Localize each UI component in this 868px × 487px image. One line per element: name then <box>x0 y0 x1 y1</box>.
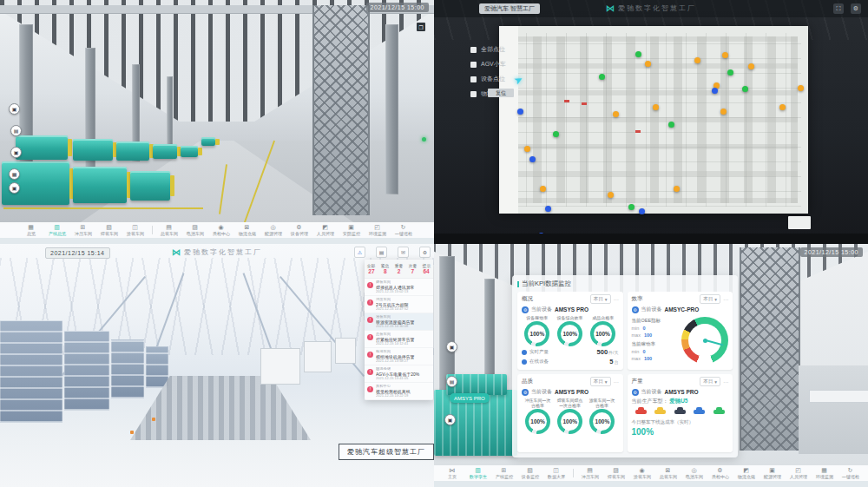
orange-map-marker[interactable] <box>779 104 786 110</box>
worklist-icon[interactable]: ▤ <box>376 247 387 258</box>
orange-map-marker[interactable] <box>720 109 727 115</box>
toolbar-item[interactable]: ⊠总装车间 <box>655 465 681 481</box>
green-map-marker[interactable] <box>742 86 748 92</box>
reset-view-button[interactable]: 复位 <box>488 89 514 97</box>
legend-item[interactable]: 全部点位 <box>470 45 506 54</box>
machine-poi-marker[interactable]: ▦ <box>9 168 20 180</box>
toolbar-item[interactable]: ◩物流仓储 <box>733 465 760 481</box>
green-map-marker[interactable] <box>628 204 635 210</box>
machine-poi-marker[interactable]: ▤ <box>446 376 457 387</box>
toolbar-item[interactable]: ◩人员管理 <box>312 222 339 238</box>
toolbar-item[interactable]: ▦环境监测 <box>812 465 838 481</box>
toolbar-item[interactable]: ⋈主页 <box>439 465 465 481</box>
toolbar-item[interactable]: ◎电池车间 <box>681 465 707 481</box>
orange-map-marker[interactable] <box>748 63 754 69</box>
machine-poi-marker[interactable]: ▣ <box>446 341 457 352</box>
toolbar-item[interactable]: ▤总装车间 <box>156 222 182 238</box>
toolbar-item[interactable]: ▧焊装车间 <box>96 222 122 238</box>
legend-item[interactable]: 设备点位 <box>470 75 506 83</box>
checkbox-icon[interactable] <box>470 76 477 82</box>
range-select[interactable]: 本日▾ <box>700 294 720 304</box>
machine-poi-marker[interactable]: ▣ <box>9 103 20 115</box>
blue-map-marker[interactable] <box>545 206 551 212</box>
toolbar-item[interactable]: ⊞冲压车间 <box>70 222 96 238</box>
settings-icon[interactable]: ⚙ <box>419 247 431 258</box>
toolbar-item[interactable]: ◰环境监测 <box>365 222 391 238</box>
orange-map-marker[interactable] <box>645 61 651 67</box>
machine-poi-marker[interactable]: ▣ <box>9 182 20 194</box>
fullscreen-icon[interactable]: ❐ <box>417 23 425 31</box>
alarm-tab[interactable]: 提示64 <box>419 260 433 278</box>
toolbar-item[interactable]: ◫数据大屏 <box>543 465 569 481</box>
orange-map-marker[interactable] <box>524 146 530 152</box>
machine-poi-marker[interactable]: ▤ <box>10 125 22 136</box>
blue-map-marker[interactable] <box>529 156 536 162</box>
production-machine-block[interactable] <box>153 144 177 159</box>
production-machine-block[interactable] <box>181 146 198 157</box>
production-machine-block[interactable] <box>73 139 113 161</box>
settings-icon[interactable]: ⚙ <box>851 3 861 14</box>
toolbar-item[interactable]: ▤冲压车间 <box>577 465 603 481</box>
production-machine-block[interactable] <box>130 171 170 201</box>
more-icon[interactable]: ⋯ <box>614 378 619 385</box>
toolbar-item[interactable]: ▣能源管理 <box>760 465 786 481</box>
expand-icon[interactable]: ⛶ <box>833 3 844 14</box>
green-map-marker[interactable] <box>727 69 733 76</box>
back-to-factory-button[interactable]: 爱驰汽车 智慧工厂 <box>479 3 540 14</box>
toolbar-item[interactable]: ⊠物流仓储 <box>234 222 260 238</box>
toolbar-item[interactable]: ⚙质检中心 <box>707 465 733 481</box>
range-select[interactable]: 本日▾ <box>590 294 611 304</box>
toolbar-item[interactable]: ⊞产线监控 <box>491 465 517 481</box>
message-icon[interactable]: ✉ <box>398 247 409 258</box>
toolbar-item[interactable]: ↻一键巡检 <box>391 222 417 238</box>
alarm-list-item[interactable]: !物流仓储AGV小车电量低于20%2021-12-15 13:41:05 <box>365 365 433 383</box>
orange-map-marker[interactable] <box>540 186 546 192</box>
orange-map-marker[interactable] <box>613 111 619 117</box>
toolbar-item[interactable]: ◉质检中心 <box>208 222 234 238</box>
blue-map-marker[interactable] <box>712 88 718 94</box>
production-machine-block[interactable] <box>201 137 215 146</box>
green-map-marker[interactable] <box>635 51 641 57</box>
production-machine-block[interactable] <box>16 135 68 160</box>
alarm-list-item[interactable]: !冲压车间2号压机压力超限2021-12-15 14:47:52 <box>365 296 433 313</box>
orange-map-marker[interactable] <box>674 186 680 192</box>
checkbox-icon[interactable] <box>470 62 477 68</box>
minimap-panel[interactable] <box>788 216 811 229</box>
toolbar-item[interactable]: ▦总览 <box>18 222 44 238</box>
range-select[interactable]: 本日▾ <box>700 377 720 386</box>
toolbar-item[interactable]: ▥产线总览 <box>44 222 70 238</box>
green-map-marker[interactable] <box>668 122 674 128</box>
orange-map-marker[interactable] <box>653 104 659 110</box>
orange-map-marker[interactable] <box>722 52 728 58</box>
alarm-tab[interactable]: 重要2 <box>392 260 406 278</box>
toolbar-item[interactable]: ▨电池车间 <box>182 222 208 238</box>
status-marker[interactable] <box>422 137 426 141</box>
orange-map-marker[interactable] <box>694 57 700 63</box>
toolbar-item[interactable]: ▥数字孪生 <box>465 465 491 481</box>
blue-map-marker[interactable] <box>517 109 523 115</box>
green-map-marker[interactable] <box>553 131 559 137</box>
more-icon[interactable]: ⋯ <box>614 296 619 302</box>
toolbar-item[interactable]: ◫涂装车间 <box>122 222 148 238</box>
toolbar-item[interactable]: ▧设备监控 <box>517 465 543 481</box>
machine-poi-marker[interactable]: ▣ <box>444 414 456 425</box>
alarm-tab[interactable]: 次要7 <box>405 260 419 278</box>
legend-item[interactable]: AGV小车 <box>470 60 506 69</box>
alarm-tab[interactable]: 紧急8 <box>378 260 392 278</box>
production-machine-block[interactable] <box>116 141 149 161</box>
machine-poi-marker[interactable]: ▣ <box>10 147 22 158</box>
orange-map-marker[interactable] <box>798 85 804 91</box>
orange-map-marker[interactable] <box>608 192 614 198</box>
alarm-bell-icon[interactable]: ⚠ <box>354 247 365 258</box>
alarm-list-item[interactable]: !质检中心视觉检测相机离线2021-12-15 13:22:19 <box>365 383 433 400</box>
toolbar-item[interactable]: ◎能源管理 <box>260 222 286 238</box>
more-icon[interactable]: ⋯ <box>723 296 728 302</box>
toolbar-item[interactable]: ▣安防监控 <box>339 222 365 238</box>
alarm-list-item[interactable]: !涂装车间喷涂室温度偏高告警2021-12-15 14:30:08 <box>365 313 433 331</box>
range-select[interactable]: 本日▾ <box>590 377 611 386</box>
green-map-marker[interactable] <box>599 74 605 80</box>
checkbox-icon[interactable] <box>470 91 477 97</box>
toolbar-item[interactable]: ◉涂装车间 <box>629 465 655 481</box>
toolbar-item[interactable]: ⚙设备管理 <box>286 222 312 238</box>
production-machine-block[interactable] <box>73 167 127 203</box>
